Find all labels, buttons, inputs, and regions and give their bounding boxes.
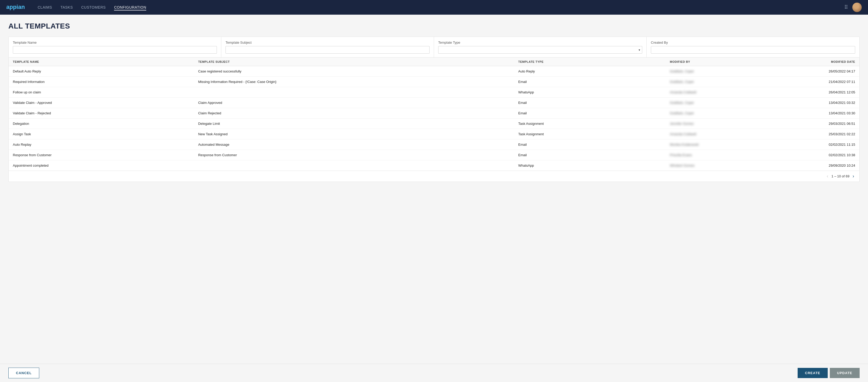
avatar-image (852, 3, 862, 12)
cancel-button[interactable]: CANCEL (8, 368, 39, 378)
table-row[interactable]: Required InformationMissing Information … (9, 77, 859, 87)
cell-type: WhatsApp (518, 90, 670, 94)
filter-template-subject-cell: Template Subject (221, 37, 434, 57)
footer-right-buttons: CREATE UPDATE (798, 368, 860, 378)
filter-template-type-label: Template Type (438, 40, 642, 44)
pagination-range: 1 – 10 of 69 (831, 174, 849, 178)
cell-name: Auto Replay (13, 142, 198, 147)
cell-type: Task Assignment (518, 122, 670, 126)
cell-modified-date: 25/03/2021 02:22 (771, 132, 855, 136)
table-row[interactable]: Default Auto ReplyCase registered succes… (9, 66, 859, 77)
col-header-modified-by: MODIFIED BY (670, 60, 771, 63)
main-content: ALL TEMPLATES Template Name Template Sub… (0, 14, 868, 382)
filter-template-subject-input[interactable] (225, 46, 430, 54)
cell-type: Task Assignment (518, 132, 670, 136)
cell-name: Required Information (13, 80, 198, 84)
filter-created-by-label: Created By (651, 40, 855, 44)
cell-modified-by: Priscilla Evans (670, 153, 771, 157)
nav-claims[interactable]: CLAIMS (38, 4, 52, 10)
templates-table-container: Template Name Template Subject Template … (8, 37, 860, 182)
cell-modified-date: 29/03/2021 06:51 (771, 122, 855, 126)
cell-name: Delegation (13, 122, 198, 126)
table-row[interactable]: DelegationDelegate LimitTask AssignmentJ… (9, 119, 859, 129)
col-header-name: TEMPLATE NAME (13, 60, 198, 63)
navbar: appian CLAIMS TASKS CUSTOMERS CONFIGURAT… (0, 0, 868, 14)
table-row[interactable]: Assign TaskNew Task AssignedTask Assignm… (9, 129, 859, 139)
cell-modified-by: Goldfarb, Coper (670, 111, 771, 115)
filter-row: Template Name Template Subject Template … (9, 37, 859, 58)
cell-modified-date: 13/04/2021 03:30 (771, 111, 855, 115)
cell-subject: Claim Approved (198, 101, 518, 105)
cell-type: Auto Reply (518, 69, 670, 73)
table-header: TEMPLATE NAME TEMPLATE SUBJECT TEMPLATE … (9, 58, 859, 66)
cell-modified-date: 13/04/2021 03:32 (771, 101, 855, 105)
create-button[interactable]: CREATE (798, 368, 828, 378)
cell-modified-date: 26/05/2022 04:17 (771, 69, 855, 73)
filter-created-by-input[interactable] (651, 46, 855, 54)
table-row[interactable]: Validate Claim - RejectedClaim RejectedE… (9, 108, 859, 119)
cell-type: Email (518, 101, 670, 105)
cell-name: Appointment completed (13, 163, 198, 167)
table-row[interactable]: Response from CustomerResponse from Cust… (9, 150, 859, 160)
avatar[interactable] (852, 3, 862, 12)
cell-modified-date: 02/02/2021 10:38 (771, 153, 855, 157)
cell-name: Assign Task (13, 132, 198, 136)
nav-links: CLAIMS TASKS CUSTOMERS CONFIGURATION (38, 4, 146, 10)
nav-customers[interactable]: CUSTOMERS (81, 4, 106, 10)
cell-subject: Missing Information Required - {!Case: C… (198, 80, 518, 84)
cell-subject: Case registered successfully (198, 69, 518, 73)
filter-template-type-wrapper: Auto Reply Email WhatsApp Task Assignmen… (438, 46, 642, 54)
table-row[interactable]: Auto ReplayAutomated MessageEmailMonika … (9, 139, 859, 150)
cell-modified-date: 26/04/2021 12:05 (771, 90, 855, 94)
col-header-type: TEMPLATE TYPE (518, 60, 670, 63)
cell-modified-by: Amanda Coldwell (670, 90, 771, 94)
col-header-subject: TEMPLATE SUBJECT (198, 60, 518, 63)
table-body: Default Auto ReplyCase registered succes… (9, 66, 859, 170)
cell-name: Validate Claim - Approved (13, 101, 198, 105)
cell-name: Response from Customer (13, 153, 198, 157)
filter-template-subject-label: Template Subject (225, 40, 430, 44)
cell-modified-by: Whobert Gomez (670, 163, 771, 167)
cell-name: Follow up on claim (13, 90, 198, 94)
pagination-prev-button[interactable]: ‹ (826, 173, 829, 179)
cell-modified-by: Jennifer Gomez (670, 122, 771, 126)
footer: CANCEL CREATE UPDATE (0, 364, 868, 382)
filter-template-name-cell: Template Name (9, 37, 221, 57)
cell-subject: Automated Message (198, 142, 518, 147)
table-row[interactable]: Validate Claim - ApprovedClaim ApprovedE… (9, 98, 859, 108)
cell-modified-by: Goldfarb, Coper (670, 69, 771, 73)
cell-type: Email (518, 80, 670, 84)
nav-configuration[interactable]: CONFIGURATION (114, 4, 146, 10)
cell-type: Email (518, 153, 670, 157)
cell-name: Default Auto Reply (13, 69, 198, 73)
cell-modified-by: Goldfarb, Coper (670, 101, 771, 105)
grid-icon[interactable]: ⠿ (844, 4, 848, 10)
pagination-next-button[interactable]: › (851, 173, 855, 179)
filter-template-type-cell: Template Type Auto Reply Email WhatsApp … (434, 37, 647, 57)
page-title: ALL TEMPLATES (8, 22, 860, 30)
table-row[interactable]: Appointment completedWhatsAppWhobert Gom… (9, 160, 859, 170)
svg-text:appian: appian (6, 4, 25, 10)
app-logo[interactable]: appian (6, 3, 27, 11)
table-row[interactable]: Follow up on claimWhatsAppAmanda Coldwel… (9, 87, 859, 98)
update-button[interactable]: UPDATE (830, 368, 860, 378)
cell-subject: New Task Assigned (198, 132, 518, 136)
cell-modified-date: 29/09/2020 10:24 (771, 163, 855, 167)
col-header-modified-date: MODIFIED DATE (771, 60, 855, 63)
filter-template-name-input[interactable] (13, 46, 217, 54)
cell-modified-by: Goldfarb, Coper (670, 80, 771, 84)
cell-subject: Claim Rejected (198, 111, 518, 115)
filter-template-type-select[interactable]: Auto Reply Email WhatsApp Task Assignmen… (438, 46, 642, 54)
cell-modified-by: Monika Kolakowski (670, 142, 771, 147)
cell-modified-date: 21/04/2022 07:11 (771, 80, 855, 84)
cell-type: Email (518, 142, 670, 147)
filter-template-name-label: Template Name (13, 40, 217, 44)
pagination-row: ‹ 1 – 10 of 69 › (9, 170, 859, 182)
cell-subject: Delegate Limit (198, 122, 518, 126)
cell-modified-date: 02/02/2021 11:15 (771, 142, 855, 147)
cell-subject: Response from Customer (198, 153, 518, 157)
filter-created-by-cell: Created By (647, 37, 859, 57)
nav-tasks[interactable]: TASKS (60, 4, 73, 10)
cell-type: Email (518, 111, 670, 115)
cell-type: WhatsApp (518, 163, 670, 167)
